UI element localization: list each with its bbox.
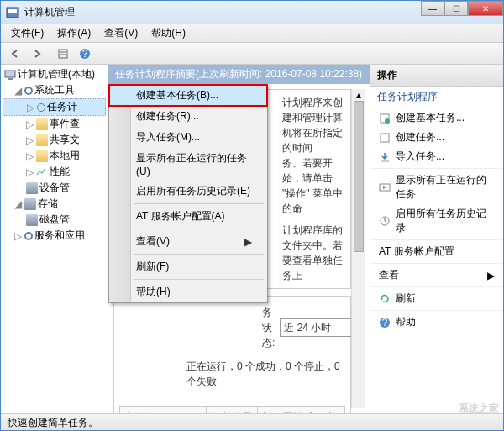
cm-enable-history[interactable]: 启用所有任务历史记录(E) xyxy=(109,181,267,202)
tree-performance[interactable]: ▷性能 xyxy=(3,164,106,180)
folder-icon xyxy=(36,134,48,146)
computer-icon xyxy=(4,69,16,81)
task-table-header: 任务名 运行结果 运行开始时间 运 xyxy=(119,406,345,413)
folder-icon xyxy=(36,150,48,162)
toolbar: ? xyxy=(1,43,503,65)
submenu-arrow-icon: ▶ xyxy=(487,270,495,281)
back-button[interactable] xyxy=(6,45,24,62)
minimize-button[interactable]: — xyxy=(421,1,444,16)
clock-icon xyxy=(37,103,45,112)
cm-show-running[interactable]: 显示所有正在运行的任务(U) xyxy=(109,148,267,181)
menubar: 文件(F) 操作(A) 查看(V) 帮助(H) xyxy=(1,24,503,43)
expand-icon[interactable]: ▷ xyxy=(26,134,34,146)
col-start-time[interactable]: 运行开始时间 xyxy=(258,407,323,413)
tree-services[interactable]: ▷服务和应用 xyxy=(3,228,106,244)
svg-rect-8 xyxy=(8,78,13,80)
expand-icon[interactable]: ▷ xyxy=(26,166,34,178)
cm-help[interactable]: 帮助(H) xyxy=(109,281,267,302)
tree-event-viewer[interactable]: ▷事件查 xyxy=(3,116,106,132)
maximize-button[interactable]: ☐ xyxy=(444,1,468,16)
center-body: 创建基本任务(B)... 创建任务(R)... 导入任务(M)... 显示所有正… xyxy=(108,84,370,413)
collapse-icon[interactable]: ◢ xyxy=(14,85,23,97)
services-icon xyxy=(24,232,33,240)
tree-root[interactable]: 计算机管理(本地) xyxy=(3,66,106,82)
tools-icon xyxy=(24,87,33,95)
main-body: 计算机管理(本地) ◢系统工具 ▷任务计 ▷事件查 ▷共享文 ▷本地用 ▷性能 … xyxy=(1,65,503,413)
cm-at-account[interactable]: AT 服务帐户配置(A) xyxy=(109,206,267,227)
action-at-account[interactable]: AT 服务帐户配置 xyxy=(370,242,503,261)
task-icon xyxy=(379,113,391,124)
tree-task-scheduler[interactable]: ▷任务计 xyxy=(3,98,106,116)
context-menu: 创建基本任务(B)... 创建任务(R)... 导入任务(M)... 显示所有正… xyxy=(108,84,268,303)
action-view[interactable]: 查看▶ xyxy=(370,265,503,285)
help-button[interactable]: ? xyxy=(76,45,94,62)
storage-icon xyxy=(24,198,36,210)
svg-rect-11 xyxy=(381,134,389,142)
vertical-scrollbar[interactable]: ▴ xyxy=(351,89,365,408)
cm-refresh[interactable]: 刷新(F) xyxy=(109,256,267,277)
window-frame: 计算机管理 — ☐ ✕ 文件(F) 操作(A) 查看(V) 帮助(H) ? 计算… xyxy=(0,0,504,431)
status-panel: 务状态: 近 24 小时 ▾ 正在运行，0 个成功，0 个停止，0 个失败 任务… xyxy=(113,296,351,413)
tree-panel: 计算机管理(本地) ◢系统工具 ▷任务计 ▷事件查 ▷共享文 ▷本地用 ▷性能 … xyxy=(1,65,108,413)
menu-action[interactable]: 操作(A) xyxy=(50,24,97,42)
expand-icon[interactable]: ▷ xyxy=(26,150,34,162)
action-import-task[interactable]: 导入任务... xyxy=(370,147,503,166)
history-icon xyxy=(379,215,391,227)
center-panel: 任务计划程序摘要(上次刷新时间: 2016-07-08 10:22:38) 创建… xyxy=(108,65,370,413)
svg-rect-2 xyxy=(59,50,67,58)
col-task-name[interactable]: 任务名 xyxy=(120,407,207,413)
statusbar: 快速创建简单任务。 xyxy=(1,413,503,430)
actions-group-label: 任务计划程序 xyxy=(370,87,503,108)
svg-point-10 xyxy=(385,118,390,124)
expand-icon[interactable]: ▷ xyxy=(14,230,23,242)
svg-rect-1 xyxy=(8,9,17,13)
col-end-time[interactable]: 运 xyxy=(323,407,344,413)
svg-rect-7 xyxy=(5,71,15,77)
task-icon xyxy=(379,132,391,144)
svg-text:?: ? xyxy=(82,48,88,60)
app-icon xyxy=(6,6,19,19)
folder-icon xyxy=(36,118,48,130)
tree-disk-mgmt[interactable]: 磁盘管 xyxy=(3,212,106,228)
submenu-arrow-icon: ▶ xyxy=(244,236,252,248)
properties-button[interactable] xyxy=(54,45,72,62)
disk-icon xyxy=(26,214,38,226)
action-create-task[interactable]: 创建任务... xyxy=(370,128,503,147)
actions-panel: 操作 任务计划程序 创建基本任务... 创建任务... 导入任务... 显示所有… xyxy=(370,65,503,413)
cm-create-basic-task[interactable]: 创建基本任务(B)... xyxy=(109,85,267,106)
status-label: 务状态: xyxy=(262,305,275,350)
tree-storage[interactable]: ◢存储 xyxy=(3,196,106,212)
expand-icon[interactable]: ▷ xyxy=(26,118,34,130)
overview-text: 务。若要开始，请单击 "操作" 菜单中的命 xyxy=(282,155,345,216)
help-icon: ? xyxy=(379,317,391,329)
cm-create-task[interactable]: 创建任务(R)... xyxy=(109,106,267,127)
window-controls: — ☐ ✕ xyxy=(421,1,503,16)
cm-import-task[interactable]: 导入任务(M)... xyxy=(109,127,267,148)
action-show-running[interactable]: 显示所有正在运行的任务 xyxy=(370,171,503,204)
tree-shared-folders[interactable]: ▷共享文 xyxy=(3,132,106,148)
svg-text:?: ? xyxy=(382,317,388,329)
col-result[interactable]: 运行结果 xyxy=(207,407,258,413)
tree-local-users[interactable]: ▷本地用 xyxy=(3,148,106,164)
menu-help[interactable]: 帮助(H) xyxy=(144,24,192,42)
overview-text: 计划程序库的文件夹中。若要查看单独任务上 xyxy=(282,223,345,283)
action-enable-history[interactable]: 启用所有任务历史记录 xyxy=(370,204,503,238)
close-button[interactable]: ✕ xyxy=(468,1,503,16)
svg-rect-12 xyxy=(381,160,389,162)
expand-icon[interactable]: ▷ xyxy=(27,102,35,113)
titlebar[interactable]: 计算机管理 — ☐ ✕ xyxy=(1,1,503,24)
device-icon xyxy=(26,182,38,194)
cm-view[interactable]: 查看(V)▶ xyxy=(109,231,267,252)
status-summary: 正在运行，0 个成功，0 个停止，0 个失败 xyxy=(119,359,345,389)
action-refresh[interactable]: 刷新 xyxy=(370,289,503,308)
forward-button[interactable] xyxy=(28,45,46,62)
menu-file[interactable]: 文件(F) xyxy=(4,24,50,42)
statusbar-text: 快速创建简单任务。 xyxy=(8,417,98,428)
collapse-icon[interactable]: ◢ xyxy=(14,198,23,210)
menu-view[interactable]: 查看(V) xyxy=(97,24,144,42)
tree-device-manager[interactable]: 设备管 xyxy=(3,180,106,196)
action-help[interactable]: ?帮助 xyxy=(370,313,503,332)
tree-system-tools[interactable]: ◢系统工具 xyxy=(3,82,106,98)
action-create-basic[interactable]: 创建基本任务... xyxy=(370,108,503,128)
center-header: 任务计划程序摘要(上次刷新时间: 2016-07-08 10:22:38) xyxy=(108,65,370,84)
